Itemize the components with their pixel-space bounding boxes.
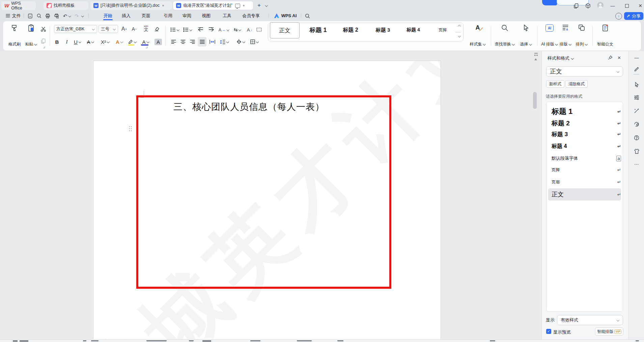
align-right-button[interactable] [188, 37, 196, 46]
typeset-button[interactable]: 排版 [557, 23, 573, 49]
skin-theme-icon[interactable] [634, 148, 640, 154]
text-effects-button[interactable]: A [114, 37, 125, 46]
copy-icon[interactable] [39, 37, 47, 45]
share-button[interactable]: 分享 [624, 12, 643, 20]
print-preview-icon[interactable] [53, 12, 60, 19]
minimize-button[interactable]: — [609, 2, 616, 9]
strikethrough-button[interactable]: A [85, 37, 96, 46]
paragraph-drag-handle-icon[interactable] [129, 126, 132, 131]
multi-window-icon[interactable] [572, 2, 579, 9]
menu-tab-review[interactable]: 审阅 [179, 11, 195, 20]
decrease-font-button[interactable]: A− [130, 25, 138, 33]
display-filter-select[interactable]: 有效样式 [557, 315, 623, 325]
smart-doc-button[interactable]: 智能公文 [594, 23, 616, 49]
justify-button[interactable] [198, 37, 206, 46]
char-shading-button[interactable]: A [154, 37, 163, 46]
current-style-combo[interactable]: 正文 [546, 66, 623, 76]
tab-active-doc[interactable]: W 临港开发区“港城英才计划” [173, 1, 253, 10]
resource-helper-icon[interactable] [634, 121, 640, 127]
redo-icon[interactable]: ↷ [73, 12, 80, 19]
clipboard-dialog-launcher-icon[interactable] [43, 46, 46, 49]
highlight-pen-button[interactable] [127, 37, 138, 46]
select-pointer-icon[interactable] [634, 82, 640, 88]
align-center-button[interactable] [179, 37, 187, 46]
style-item-h3[interactable]: 标题 3↵ [548, 129, 621, 139]
new-tab-button[interactable]: + [255, 2, 263, 9]
clear-format-button[interactable]: 清除格式 [565, 80, 588, 88]
clear-format-eraser-icon[interactable] [152, 25, 161, 33]
menu-tab-page[interactable]: 页面 [138, 11, 154, 20]
style-item-h1[interactable]: 标题 1↵ [548, 106, 621, 117]
pin-panel-icon[interactable] [608, 55, 613, 60]
vertical-scrollbar-thumb[interactable] [533, 92, 537, 109]
magic-wand-icon[interactable] [634, 108, 640, 114]
tab-docer-templates[interactable]: 找稻壳模板 [44, 1, 88, 10]
bullet-list-button[interactable] [169, 25, 180, 34]
font-dialog-launcher-icon[interactable] [146, 46, 148, 49]
export-pdf-icon[interactable] [35, 12, 43, 19]
search-icon[interactable] [304, 12, 311, 19]
menu-tab-view[interactable]: 视图 [198, 11, 214, 20]
scroll-top-icon[interactable] [534, 58, 537, 60]
gallery-scroll-down[interactable] [456, 34, 462, 38]
file-menu[interactable]: 文件 [4, 11, 22, 20]
gallery-style-h3[interactable]: 标题 3 [370, 22, 396, 38]
distribute-button[interactable] [208, 37, 217, 46]
gallery-style-body[interactable]: 正文 [270, 22, 300, 38]
text-direction-button[interactable]: ⇆ [232, 25, 243, 34]
panel-title[interactable]: 样式和格式 [548, 55, 574, 61]
paste-button[interactable]: 粘贴 [24, 23, 38, 49]
ai-layout-button[interactable]: AI AI 排版 [539, 23, 560, 49]
document-heading[interactable]: 三、核心团队人员信息（每人一表） [173, 101, 325, 113]
gallery-style-footer[interactable]: 页脚 [432, 22, 453, 38]
style-item-h2[interactable]: 标题 2↵ [548, 118, 621, 128]
style-item-header[interactable]: 页眉↵ [548, 178, 621, 186]
tab-readonly-doc[interactable]: W [只读]操作说明书-企业版(2).doc [90, 1, 172, 10]
shading-button[interactable] [235, 37, 246, 46]
line-spacing-button[interactable] [219, 37, 230, 46]
ribbon-collapse-icon[interactable] [534, 53, 538, 56]
cut-icon[interactable] [39, 25, 47, 33]
print-icon[interactable] [44, 12, 51, 19]
vertical-text-button[interactable]: A ↓ [245, 25, 254, 34]
gallery-style-h2[interactable]: 标题 2 [337, 22, 364, 38]
style-item-body-selected[interactable]: 正文↵ [548, 188, 621, 200]
menu-tab-wps-ai[interactable]: WPS AI [272, 11, 299, 20]
arrange-button[interactable]: 排列 [573, 23, 590, 49]
menu-tab-member[interactable]: 会员专享 [235, 11, 267, 20]
increase-indent-button[interactable] [207, 25, 215, 34]
menu-tab-tools[interactable]: 工具 [219, 11, 235, 20]
menu-tab-home[interactable]: 开始 [100, 11, 116, 20]
adjust-sliders-icon[interactable] [634, 94, 640, 100]
style-item-default-font[interactable]: 默认段落字体a [548, 154, 621, 163]
collapse-panel-icon[interactable]: — [634, 55, 640, 61]
italic-button[interactable]: I [63, 37, 70, 46]
style-item-h4[interactable]: 标题 4↵ [548, 141, 621, 151]
bold-button[interactable]: B [53, 37, 61, 46]
new-style-button[interactable]: 新样式 [546, 80, 564, 88]
font-size-combo[interactable]: 三号 [99, 25, 118, 33]
close-button[interactable]: ✕ [637, 2, 644, 9]
help-icon[interactable] [634, 135, 640, 141]
show-preview-checkbox[interactable]: ✓ [546, 329, 551, 334]
decrease-indent-button[interactable] [196, 25, 204, 34]
superscript-button[interactable]: X² [99, 37, 111, 46]
edit-pencil-icon[interactable] [634, 66, 640, 72]
select-button[interactable]: 选择 [517, 23, 534, 49]
style-item-footer[interactable]: 页脚↵ [548, 165, 621, 174]
borders-button[interactable] [249, 37, 260, 46]
gallery-style-h1[interactable]: 标题 1 [303, 22, 333, 38]
restore-button[interactable] [623, 2, 630, 9]
quickbar-more-chevron[interactable] [80, 12, 84, 19]
font-name-combo[interactable]: 方正仿宋_GBK [54, 25, 97, 33]
cloud-upload-icon[interactable]: ↑ [615, 13, 622, 20]
menu-tab-reference[interactable]: 引用 [160, 11, 176, 20]
gallery-style-h4[interactable]: 标题 4 [401, 22, 426, 38]
undo-chevron[interactable] [67, 12, 72, 19]
font-color-button[interactable]: A [140, 37, 152, 46]
style-set-button[interactable]: A 样式集 [467, 23, 488, 49]
increase-font-button[interactable]: A+ [120, 25, 128, 33]
close-panel-icon[interactable]: ✕ [617, 55, 621, 60]
user-avatar[interactable] [597, 2, 604, 8]
format-painter-button[interactable]: 格式刷 [6, 23, 23, 49]
